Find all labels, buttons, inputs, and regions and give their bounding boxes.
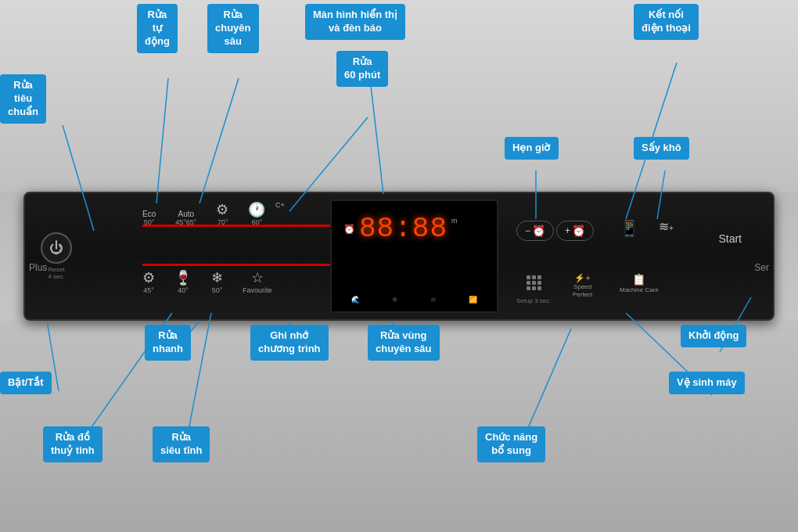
annotation-ket-noi-dt: Kết nốiđiện thoại	[634, 4, 699, 40]
wash-modes-bottom: ⚙ 45° 🍷 40° ❄ 50° ☆ Favourite	[142, 269, 272, 294]
setup-button[interactable]: Setup 3 sec.	[516, 275, 551, 306]
timer-minus-btn[interactable]: −⏰	[516, 221, 554, 241]
phone-icon: 📱	[620, 219, 639, 238]
annotation-khoi-dong: Khởi động	[681, 325, 746, 347]
annotation-rua-nhanh: Rửanhanh	[145, 325, 191, 361]
mode-60[interactable]: 🕐 60°	[248, 201, 265, 226]
c-plus-indicator: C+	[275, 201, 285, 209]
annotation-hen-gio: Hẹn giờ	[505, 137, 559, 160]
start-button[interactable]: Start	[718, 232, 742, 245]
annotation-man-hinh: Màn hình hiển thịvà đèn báo	[305, 4, 405, 40]
power-button[interactable]: ⏻	[41, 232, 72, 264]
annotation-rua-do-thuy-tinh: Rửa đồthuỷ tinh	[43, 426, 102, 462]
annotation-say-kho: Sấy khô	[634, 137, 689, 160]
quick-mode-50[interactable]: ❄ 50°	[211, 269, 223, 294]
annotation-rua-vung-cs: Rửa vùngchuyên sâu	[368, 325, 440, 361]
serie-label: Ser	[754, 262, 769, 273]
annotation-rua-60-phut: Rửa60 phút	[336, 51, 388, 87]
display-unit: m	[451, 217, 458, 225]
display-mode-icons: 🌊❄≋📶	[336, 296, 493, 304]
timer-controls: −⏰ +⏰	[516, 221, 594, 241]
display-panel: ⏰ 88:88 m 🌊❄≋📶	[330, 200, 498, 313]
machine-care-button[interactable]: 📋 Machine Care	[620, 273, 659, 293]
annotation-ghi-nho: Ghi nhớchương trình	[250, 325, 329, 361]
favourite-mode[interactable]: ☆ Favourite	[243, 269, 272, 294]
auto-mode[interactable]: Auto 45°65°	[175, 210, 196, 226]
mode-45[interactable]: ⚙ 45°	[142, 269, 155, 294]
annotation-rua-sieu-tinh: Rửasiêu tĩnh	[153, 426, 210, 462]
annotation-rua-tieu-chuan: Rửatiêuchuẩn	[0, 74, 46, 124]
control-panel: ⏻ Reset4 sec. Eco 50° Auto 45°65° ⚙ 70° …	[23, 192, 775, 321]
wash-modes-top: Eco 50° Auto 45°65° ⚙ 70° 🕐 60°	[142, 201, 265, 226]
dry-heat-icon: ≋+	[659, 219, 674, 234]
annotation-ve-sinh-may: Vệ sinh máy	[669, 372, 745, 394]
plus-label: Plus	[29, 262, 47, 273]
mode-70[interactable]: ⚙ 70°	[216, 201, 228, 226]
eco-mode[interactable]: Eco 50°	[142, 210, 156, 226]
annotation-rua-chuyen-sau: Rửachuyênsâu	[207, 4, 259, 53]
annotation-bat-tat: Bật/Tắt	[0, 372, 52, 394]
timer-plus-btn[interactable]: +⏰	[556, 221, 594, 241]
glass-mode-40[interactable]: 🍷 40°	[174, 269, 192, 294]
display-digits: 88:88	[359, 213, 448, 245]
speed-perfect-button[interactable]: ⚡+ SpeedPerfect	[573, 273, 592, 298]
annotation-chuc-nang-bs: Chức năngbổ sung	[477, 426, 545, 462]
annotation-rua-tu-dong: Rửatựđộng	[137, 4, 178, 53]
